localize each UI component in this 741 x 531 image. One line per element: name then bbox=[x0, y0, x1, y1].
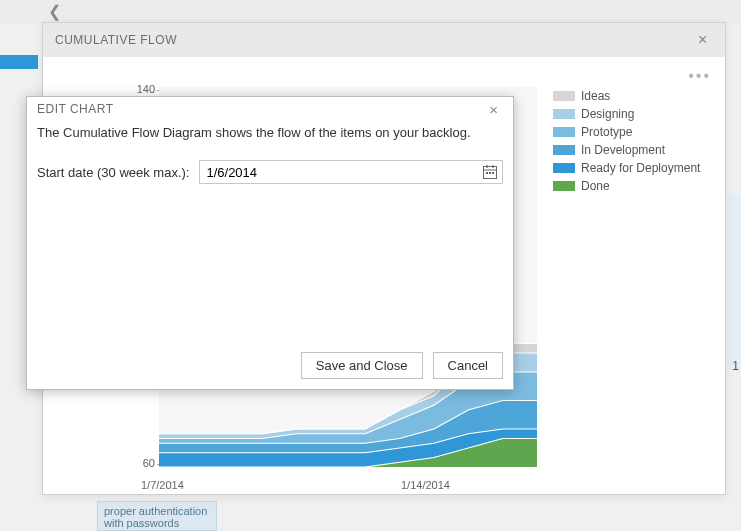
panel-close-icon[interactable]: × bbox=[693, 23, 713, 57]
y-axis-label-top: 140 bbox=[125, 83, 155, 95]
dialog-body: The Cumulative Flow Diagram shows the fl… bbox=[27, 115, 513, 190]
more-options-icon[interactable]: ••• bbox=[688, 67, 711, 85]
panel-header: CUMULATIVE FLOW × bbox=[43, 23, 725, 57]
legend-label: Done bbox=[581, 179, 610, 193]
svg-rect-6 bbox=[492, 172, 494, 174]
svg-rect-4 bbox=[486, 172, 488, 174]
edit-chart-dialog: EDIT CHART × The Cumulative Flow Diagram… bbox=[26, 96, 514, 390]
dialog-close-icon[interactable]: × bbox=[485, 101, 503, 118]
legend-item: Done bbox=[553, 177, 700, 195]
x-axis-label-1: 1/7/2014 bbox=[141, 479, 184, 491]
back-icon[interactable]: ❮ bbox=[48, 2, 70, 22]
background-card-line2: with passwords bbox=[104, 517, 210, 529]
dialog-description: The Cumulative Flow Diagram shows the fl… bbox=[37, 125, 503, 140]
dialog-header: EDIT CHART × bbox=[27, 97, 513, 115]
legend-swatch bbox=[553, 163, 575, 173]
legend-swatch bbox=[553, 181, 575, 191]
dialog-footer: Save and Close Cancel bbox=[301, 352, 503, 379]
cancel-button[interactable]: Cancel bbox=[433, 352, 503, 379]
legend-item: In Development bbox=[553, 141, 700, 159]
calendar-icon[interactable] bbox=[482, 164, 498, 180]
legend-label: Ready for Deployment bbox=[581, 161, 700, 175]
legend-item: Ideas bbox=[553, 87, 700, 105]
legend-swatch bbox=[553, 127, 575, 137]
background-card bbox=[727, 195, 741, 370]
legend-label: In Development bbox=[581, 143, 665, 157]
legend: IdeasDesigningPrototypeIn DevelopmentRea… bbox=[553, 87, 700, 195]
background-number: 1 bbox=[732, 359, 739, 373]
legend-item: Designing bbox=[553, 105, 700, 123]
panel-title: CUMULATIVE FLOW bbox=[55, 23, 177, 57]
background-chip bbox=[0, 55, 38, 69]
legend-swatch bbox=[553, 109, 575, 119]
legend-swatch bbox=[553, 145, 575, 155]
start-date-field-wrap bbox=[199, 160, 503, 184]
start-date-row: Start date (30 week max.): bbox=[37, 160, 503, 184]
dialog-title: EDIT CHART bbox=[37, 102, 114, 116]
svg-rect-5 bbox=[489, 172, 491, 174]
background-backlog-card: proper authentication with passwords bbox=[97, 501, 217, 531]
legend-item: Prototype bbox=[553, 123, 700, 141]
start-date-label: Start date (30 week max.): bbox=[37, 165, 189, 180]
background-card-line1: proper authentication bbox=[104, 505, 210, 517]
y-axis-label-bottom: 60 bbox=[125, 457, 155, 469]
legend-swatch bbox=[553, 91, 575, 101]
start-date-input[interactable] bbox=[204, 165, 482, 180]
legend-item: Ready for Deployment bbox=[553, 159, 700, 177]
legend-label: Ideas bbox=[581, 89, 610, 103]
x-axis-label-2: 1/14/2014 bbox=[401, 479, 450, 491]
background-topbar bbox=[0, 0, 741, 24]
legend-label: Prototype bbox=[581, 125, 632, 139]
legend-label: Designing bbox=[581, 107, 634, 121]
save-and-close-button[interactable]: Save and Close bbox=[301, 352, 423, 379]
